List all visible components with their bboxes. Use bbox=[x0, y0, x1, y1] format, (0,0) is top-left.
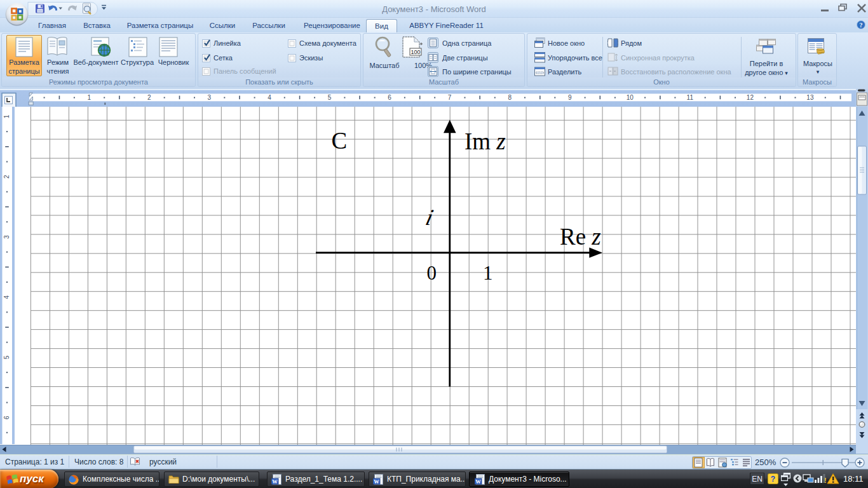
svg-text:6: 6 bbox=[388, 94, 391, 101]
svg-text:W: W bbox=[475, 478, 481, 485]
svg-text:0: 0 bbox=[427, 262, 437, 284]
svg-text:7: 7 bbox=[448, 94, 452, 101]
svg-text:4: 4 bbox=[268, 94, 271, 101]
svg-text:2: 2 bbox=[147, 94, 151, 101]
svg-text:1: 1 bbox=[4, 114, 11, 118]
svg-text:Re z: Re z bbox=[560, 224, 601, 250]
svg-text:3: 3 bbox=[4, 235, 11, 239]
svg-text:13: 13 bbox=[806, 94, 814, 101]
svg-text:12: 12 bbox=[747, 94, 754, 101]
svg-text:?: ? bbox=[771, 475, 775, 484]
svg-text:11: 11 bbox=[687, 94, 694, 101]
svg-text:4: 4 bbox=[4, 295, 11, 299]
svg-text:W: W bbox=[374, 478, 379, 485]
svg-text:8: 8 bbox=[508, 94, 512, 101]
svg-text:9: 9 bbox=[568, 94, 572, 101]
svg-text:2: 2 bbox=[4, 175, 11, 179]
svg-text:3: 3 bbox=[208, 94, 212, 101]
svg-text:1: 1 bbox=[483, 261, 493, 283]
svg-text:C: C bbox=[332, 128, 348, 154]
svg-text:Im z: Im z bbox=[465, 128, 506, 154]
svg-text:1: 1 bbox=[88, 94, 92, 101]
svg-text:5: 5 bbox=[4, 355, 11, 359]
svg-text:W: W bbox=[272, 478, 278, 485]
svg-text:5: 5 bbox=[328, 94, 332, 101]
svg-text:6: 6 bbox=[4, 416, 11, 419]
svg-text:10: 10 bbox=[627, 94, 634, 101]
